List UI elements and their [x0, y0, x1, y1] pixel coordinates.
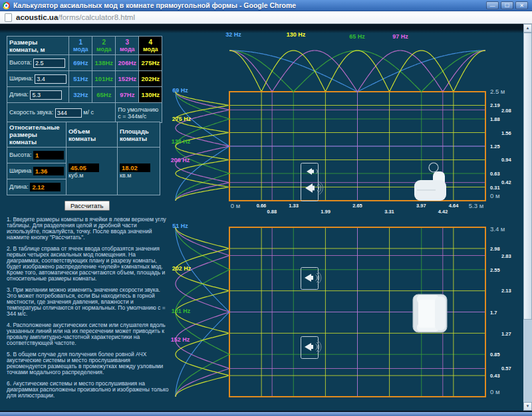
width-axis-tick: 0.85 — [490, 352, 500, 358]
instructions: 1. Введите размеры комнаты в ячейки в ле… — [7, 217, 170, 404]
height-axis-tick: 2.19 — [490, 102, 500, 108]
relative-height-row: Высота: 1 — [7, 148, 66, 163]
url-path: /forms/calculator8.html — [58, 13, 135, 21]
height-row-label: Высота: — [7, 55, 69, 71]
width-mode1-freq: 51Hz — [69, 71, 92, 87]
page-content: 0 м0.660.881.331.992.653.313.974.424.645… — [0, 24, 532, 411]
width-mode2-freq: 101Hz — [92, 71, 116, 87]
height-mode2-freq: 138Hz — [92, 55, 116, 71]
length-mode1-freq-label: 32 Hz — [225, 31, 241, 38]
length-axis-tick: 3.31 — [384, 209, 394, 215]
length-mode2-freq: 65Hz — [92, 87, 116, 103]
length-mode1-freq: 32Hz — [69, 87, 92, 103]
height-axis-tick: 2.5 м — [490, 88, 505, 95]
height-axis-tick: 0.31 — [490, 184, 500, 190]
length-axis-tick: 0 м — [231, 202, 240, 209]
relative-length-value: 2.12 — [30, 183, 61, 191]
url-domain: acoustic.ua — [16, 13, 58, 21]
height-axis-tick: 1.88 — [490, 116, 500, 122]
height-mode4-freq-label: 275 Hz — [172, 116, 192, 122]
scroll-down-button[interactable]: ▼ — [523, 402, 532, 411]
window-bottom-border — [0, 411, 532, 416]
volume-header: Объем комнаты — [66, 122, 117, 148]
mode3-header: 3мода — [116, 37, 139, 55]
scrollbar-thumb[interactable] — [523, 33, 532, 320]
width-axis-tick: 0.43 — [490, 372, 500, 378]
close-button[interactable]: ✕ — [515, 1, 528, 9]
height-axis-tick: 0.42 — [501, 179, 511, 185]
length-input[interactable] — [30, 90, 62, 100]
instruction-3: 3. При желании можно изменить значение с… — [7, 287, 170, 317]
width-row-label: Ширина: — [7, 71, 69, 87]
address-bar[interactable]: acoustic.ua/forms/calculator8.html — [0, 11, 532, 24]
height-input[interactable] — [33, 58, 65, 68]
area-header: Площадь комнаты — [117, 122, 160, 148]
height-axis-tick: 0 м — [490, 192, 499, 199]
window-title: Калькулятор аксиальных мод в комнате пря… — [13, 1, 486, 9]
speed-default-note: По умолчанию с = 344м/с — [116, 103, 162, 123]
scroll-up-button[interactable]: ▲ — [523, 24, 532, 33]
url-text[interactable]: acoustic.ua/forms/calculator8.html — [16, 13, 135, 21]
scrollbar[interactable]: ▲ ▼ — [523, 24, 532, 411]
length-axis-tick: 2.65 — [352, 203, 362, 209]
height-mode3-freq: 206Hz — [116, 55, 139, 71]
browser-window: Калькулятор аксиальных мод в комнате пря… — [0, 0, 532, 416]
width-mode3-freq: 152Hz — [116, 71, 139, 87]
length-axis-tick: 3.97 — [416, 203, 426, 209]
minimize-button[interactable]: — — [486, 1, 499, 9]
instruction-5: 5. В общем случае для получения более ро… — [7, 352, 170, 375]
width-mode1-freq-label: 51 Hz — [172, 223, 188, 229]
maximize-button[interactable]: ☐ — [501, 1, 513, 9]
instruction-6: 6. Акустические системы и место прослуши… — [7, 381, 170, 399]
height-mode4-freq: 275Hz — [139, 55, 162, 71]
length-mode3-freq-label: 97 Hz — [392, 33, 408, 40]
height-axis-tick: 0.94 — [501, 157, 511, 163]
title-bar: Калькулятор аксиальных мод в комнате пря… — [0, 0, 532, 11]
width-mode2-freq-label: 101 Hz — [172, 308, 191, 314]
height-axis-tick: 1.56 — [501, 130, 511, 136]
length-axis-tick: 4.42 — [438, 209, 448, 215]
width-input[interactable] — [35, 74, 66, 84]
volume-cell: 45.05 куб.м — [66, 148, 117, 195]
width-axis-tick: 1.27 — [501, 330, 511, 336]
mode2-header: 2мода — [92, 37, 116, 55]
instruction-1: 1. Введите размеры комнаты в ячейки в ле… — [7, 217, 170, 241]
relative-width-row: Ширина 1.36 — [7, 163, 66, 179]
scroll-up-icon: ▲ — [526, 26, 530, 30]
relative-height-value: 1 — [33, 151, 64, 159]
armchair-side-view — [414, 163, 446, 201]
chrome-favicon-icon — [3, 2, 10, 9]
speed-of-sound-cell: Скорость звука: м/ с — [7, 103, 116, 123]
length-row-label: Длина: — [7, 87, 69, 103]
width-axis-tick: 2.55 — [490, 266, 500, 272]
height-mode1-freq-label: 69 Hz — [172, 87, 188, 94]
width-axis-tick: 3.4 м — [490, 225, 505, 233]
length-mode3-freq: 97Hz — [116, 87, 139, 103]
height-mode3-freq-label: 206 Hz — [171, 157, 190, 163]
size-header: Размеры комнаты, м — [7, 37, 69, 55]
length-axis-tick: 1.99 — [321, 209, 331, 215]
derived-values-table: Относительные размеры комнаты Объем комн… — [7, 122, 160, 195]
width-mode3-freq-label: 152 Hz — [171, 336, 190, 343]
speaker-top-view-left — [301, 268, 321, 290]
area-value: 18.02 — [120, 163, 150, 172]
armchair-top-view — [413, 294, 447, 332]
room-size-table: Размеры комнаты, м 1мода 2мода 3мода 4мо… — [7, 36, 162, 123]
relative-width-value: 1.36 — [33, 167, 64, 175]
height-axis-tick: 1.25 — [490, 144, 500, 150]
width-axis-tick: 0 м — [490, 388, 499, 395]
page-icon — [5, 13, 12, 22]
width-axis-tick: 0.57 — [501, 365, 511, 371]
length-axis-tick: 0.88 — [267, 209, 277, 215]
length-axis-tick: 0.66 — [257, 203, 267, 209]
speed-input[interactable] — [55, 108, 82, 118]
speaker-top-view-right — [301, 337, 321, 359]
relative-size-header: Относительные размеры комнаты — [7, 122, 66, 148]
width-axis-tick: 2.13 — [501, 288, 511, 294]
width-axis-tick: 2.83 — [501, 253, 511, 259]
calculate-button[interactable]: Рассчитать — [65, 201, 110, 211]
height-axis-tick: 2.08 — [501, 107, 511, 113]
speaker-side-view — [301, 163, 323, 201]
relative-length-row: Длина: 2.12 — [7, 179, 66, 195]
length-axis-tick: 4.64 — [449, 203, 459, 209]
